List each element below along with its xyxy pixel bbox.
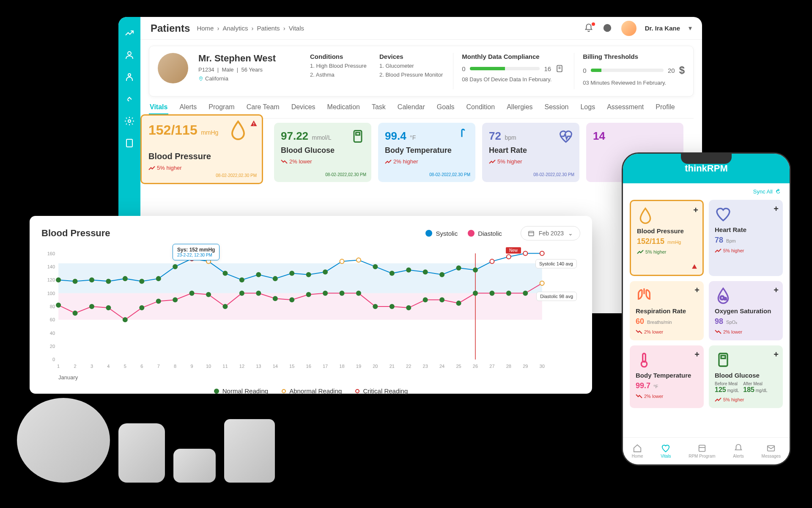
svg-text:40: 40: [50, 331, 55, 336]
tab-session[interactable]: Session: [544, 101, 570, 115]
svg-point-63: [156, 276, 161, 281]
svg-point-70: [273, 276, 277, 281]
bt-date: 08-02-2022,02.30 PM: [429, 172, 470, 177]
svg-rect-121: [721, 356, 725, 359]
svg-text:17: 17: [323, 364, 328, 369]
svg-text:15: 15: [289, 364, 294, 369]
smartwatch-device: [118, 423, 165, 483]
svg-point-2: [128, 120, 131, 122]
breadcrumb-item[interactable]: Patients: [257, 25, 280, 32]
svg-text:140: 140: [47, 264, 55, 269]
sidebar-doctor-icon[interactable]: [123, 71, 135, 83]
tab-condition[interactable]: Condition: [466, 101, 496, 115]
tab-vitals[interactable]: Vitals: [149, 101, 168, 115]
bell-icon[interactable]: [584, 23, 594, 33]
thermometer-icon: [454, 129, 469, 144]
vital-card-hr[interactable]: 72 bpm Heart Rate 5% higher 08-02-2022,0…: [482, 123, 579, 182]
svg-text:25: 25: [456, 364, 461, 369]
mobile-nav-messages[interactable]: Messages: [762, 444, 781, 458]
svg-point-57: [56, 278, 60, 282]
mobile-nav-vitals[interactable]: Vitals: [661, 444, 671, 458]
tab-care-team[interactable]: Care Team: [246, 101, 280, 115]
caret-down-icon[interactable]: ▾: [689, 24, 692, 32]
svg-point-110: [440, 298, 444, 302]
svg-point-114: [507, 291, 511, 295]
svg-point-77: [390, 271, 394, 276]
svg-text:5: 5: [124, 364, 126, 369]
add-icon[interactable]: +: [774, 204, 779, 214]
svg-rect-12: [356, 133, 360, 135]
tab-alerts[interactable]: Alerts: [178, 101, 198, 115]
mobile-card-rr[interactable]: + Respiration Rate 60 Breaths/min 2% low…: [630, 281, 704, 340]
mobile-nav-rpm-program[interactable]: RPM Program: [689, 444, 715, 458]
mobile-nav-alerts[interactable]: Alerts: [733, 444, 744, 458]
tab-goals[interactable]: Goals: [436, 101, 455, 115]
mobile-nav: HomeVitalsRPM ProgramAlertsMessages: [623, 437, 790, 464]
mobile-card-hr[interactable]: + Heart Rate 78 Bpm 5% higher: [709, 200, 783, 276]
svg-point-103: [323, 291, 327, 295]
conditions-label: Conditions: [310, 53, 369, 60]
tab-devices[interactable]: Devices: [291, 101, 316, 115]
breadcrumb-item: Vitals: [289, 25, 304, 32]
tab-assessment[interactable]: Assessment: [606, 101, 645, 115]
svg-point-100: [273, 296, 277, 301]
glucometer-icon: [350, 129, 365, 144]
refresh-icon: [775, 189, 781, 195]
device-item: 1. Glucometer: [379, 63, 443, 69]
bg-name: Blood Glucose: [281, 146, 365, 155]
tab-task[interactable]: Task: [371, 101, 387, 115]
tab-allergies[interactable]: Allergies: [506, 101, 533, 115]
hr-name: Heart Rate: [489, 146, 573, 155]
tab-profile[interactable]: Profile: [655, 101, 675, 115]
svg-point-62: [140, 279, 144, 283]
breadcrumb-item[interactable]: Analytics: [222, 25, 248, 32]
calendar-icon: [528, 230, 535, 237]
chart-area[interactable]: 0204060801001201401601234567891011121314…: [41, 247, 580, 374]
sys-avg-label: Systolic 140 avg: [535, 259, 577, 268]
tab-medication[interactable]: Medication: [326, 101, 361, 115]
sidebar-handshake-icon[interactable]: [123, 93, 135, 105]
breadcrumb-item[interactable]: Home: [197, 25, 214, 32]
drop-icon: [637, 207, 654, 224]
add-icon[interactable]: +: [694, 285, 700, 295]
svg-point-84: [507, 254, 511, 259]
mobile-card-bt[interactable]: + Body Temperature 99.7 °F 2% lower: [630, 345, 704, 408]
billing-progress: [591, 69, 664, 72]
sync-all-button[interactable]: Sync All: [623, 183, 790, 200]
svg-point-72: [307, 273, 311, 277]
chat-icon[interactable]: [603, 23, 613, 33]
vital-card-bt[interactable]: 99.4 °F Body Temperature 2% higher 08-02…: [378, 123, 475, 182]
sidebar-doc-icon[interactable]: [123, 137, 135, 149]
sidebar-trend-icon[interactable]: [123, 27, 135, 39]
svg-point-86: [540, 251, 544, 256]
svg-text:4: 4: [107, 364, 110, 369]
vital-card-bp[interactable]: 152/115 mmHg Blood Pressure 5% higher 08…: [140, 114, 263, 184]
sidebar-patient-icon[interactable]: [123, 49, 135, 61]
svg-point-80: [440, 273, 444, 277]
add-icon[interactable]: +: [774, 285, 779, 295]
mobile-card-bp[interactable]: + Blood Pressure 152/115 mmHg 5% higher: [630, 200, 704, 276]
oximeter-device: [173, 449, 216, 483]
mobile-card-bg[interactable]: + Blood Glucose Before Meal125 mg/dL Aft…: [709, 345, 783, 408]
tab-calendar[interactable]: Calendar: [397, 101, 426, 115]
bp-name: Blood Pressure: [148, 152, 255, 161]
tab-program[interactable]: Program: [208, 101, 235, 115]
tab-logs[interactable]: Logs: [579, 101, 596, 115]
svg-text:16: 16: [306, 364, 311, 369]
add-icon[interactable]: +: [693, 205, 698, 215]
vital-card-bg[interactable]: 97.22 mmol/L Blood Glucose 2% lower 08-0…: [274, 123, 371, 182]
svg-text:30: 30: [540, 364, 545, 369]
svg-text:27: 27: [489, 364, 494, 369]
svg-text:O₂: O₂: [720, 295, 726, 301]
add-icon[interactable]: +: [694, 350, 700, 359]
mobile-card-os[interactable]: + O₂ Oxygen Saturation 98 SpO₂ 2% lower: [709, 281, 783, 340]
date-select[interactable]: Feb 2023 ⌄: [521, 226, 580, 240]
svg-text:0: 0: [52, 357, 55, 362]
svg-point-60: [106, 279, 110, 283]
bp-trend: 5% higher: [148, 165, 255, 171]
add-icon[interactable]: +: [774, 350, 779, 359]
sidebar-gear-icon[interactable]: [123, 115, 135, 127]
avatar[interactable]: [621, 21, 636, 36]
svg-point-104: [340, 291, 344, 295]
mobile-nav-home[interactable]: Home: [632, 444, 643, 458]
